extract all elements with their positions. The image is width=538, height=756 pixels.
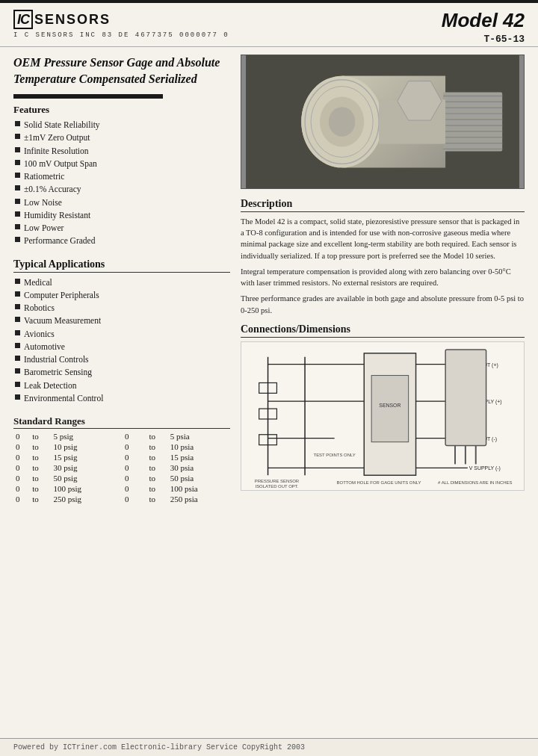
- table-cell: 0: [114, 431, 147, 441]
- table-row: 0 to 50 psig 0 to 50 psia: [13, 473, 230, 483]
- bullet-icon: [15, 211, 20, 217]
- list-item: ±0.1% Accuracy: [15, 183, 230, 196]
- app-text: Robotics: [24, 302, 55, 315]
- table-cell: to: [30, 462, 51, 473]
- list-item: Industrial Controls: [15, 353, 230, 366]
- table-cell: to: [146, 483, 167, 494]
- table-cell: to: [146, 431, 167, 441]
- features-title: Features: [13, 104, 230, 116]
- bullet-icon: [15, 134, 20, 139]
- t-code: T-65-13: [442, 34, 525, 45]
- footer: Powered by ICTriner.com Electronic-libra…: [0, 738, 538, 756]
- connections-section: Connections/Dimensions: [241, 323, 525, 491]
- table-cell: 15 psia: [168, 452, 230, 462]
- model-info: Model 42 T-65-13: [442, 9, 525, 45]
- app-text: Barometric Sensing: [24, 366, 92, 379]
- bullet-icon: [15, 356, 20, 361]
- header: ICSENSORS I C SENSORS INC 83 DE 4677375 …: [0, 3, 538, 47]
- table-cell: 5 psia: [168, 431, 230, 441]
- features-section: Features Solid State Reliability ±1mV Ze…: [13, 104, 230, 248]
- feature-text: Humidity Resistant: [24, 209, 90, 222]
- list-item: Infinite Resolution: [15, 145, 230, 158]
- list-item: Performance Graded: [15, 235, 230, 247]
- table-cell: 0: [13, 483, 30, 494]
- table-cell: 0: [114, 473, 147, 483]
- table-cell: 30 psia: [168, 462, 230, 473]
- app-text: Medical: [24, 276, 52, 289]
- svg-text:PRESSURE SENSOR: PRESSURE SENSOR: [255, 479, 300, 483]
- bullet-icon: [15, 368, 20, 374]
- applications-section: Typical Applications Medical Computer Pe…: [13, 258, 230, 406]
- table-cell: 250 psia: [168, 494, 230, 504]
- table-cell: 0: [13, 473, 30, 483]
- list-item: Leak Detection: [15, 379, 230, 392]
- table-cell: 0: [114, 483, 147, 494]
- svg-rect-36: [371, 375, 409, 441]
- main-content: OEM Pressure Sensor Gage and Absolute Te…: [0, 47, 538, 512]
- bullet-icon: [15, 160, 20, 165]
- feature-text: ±1mV Zero Output: [24, 131, 90, 144]
- description-section: Description The Model 42 is a compact, s…: [241, 198, 525, 316]
- feature-text: Low Noise: [24, 196, 62, 209]
- list-item: Humidity Resistant: [15, 209, 230, 222]
- bullet-icon: [15, 317, 20, 322]
- table-cell: 50 psia: [168, 473, 230, 483]
- list-item: ±1mV Zero Output: [15, 131, 230, 144]
- barcode-text: I C SENSORS INC 83 DE 4677375 0000077 0: [13, 31, 229, 39]
- list-item: Automotive: [15, 341, 230, 353]
- table-cell: to: [146, 462, 167, 473]
- spacer: [0, 512, 538, 557]
- table-cell: 15 psig: [51, 452, 114, 462]
- bullet-icon: [15, 121, 20, 126]
- table-cell: to: [30, 483, 51, 494]
- table-cell: 0: [13, 452, 30, 462]
- table-cell: to: [146, 494, 167, 504]
- list-item: 100 mV Output Span: [15, 158, 230, 170]
- left-column: OEM Pressure Sensor Gage and Absolute Te…: [13, 55, 230, 504]
- table-row: 0 to 15 psig 0 to 15 psia: [13, 452, 230, 462]
- bullet-icon: [15, 173, 20, 178]
- feature-text: Solid State Reliability: [24, 119, 100, 131]
- list-item: Medical: [15, 276, 230, 289]
- table-cell: 100 psia: [168, 483, 230, 494]
- page: ICSENSORS I C SENSORS INC 83 DE 4677375 …: [0, 0, 538, 756]
- table-cell: to: [30, 431, 51, 441]
- table-cell: 250 psig: [51, 494, 114, 504]
- table-cell: 10 psig: [51, 441, 114, 452]
- table-cell: 0: [13, 494, 30, 504]
- table-cell: 0: [114, 452, 147, 462]
- bullet-icon: [15, 394, 20, 400]
- table-cell: 0: [114, 441, 147, 452]
- svg-text:TEST POINTS ONLY: TEST POINTS ONLY: [314, 453, 356, 457]
- company-logo: ICSENSORS: [13, 9, 229, 28]
- ranges-section: Standard Ranges 0 to 5 psig 0 to 5 psia …: [13, 415, 230, 504]
- table-row: 0 to 250 psig 0 to 250 psia: [13, 494, 230, 504]
- list-item: Computer Peripherals: [15, 289, 230, 302]
- bullet-icon: [15, 224, 20, 229]
- product-title: OEM Pressure Sensor Gage and Absolute Te…: [13, 55, 230, 87]
- list-item: Low Power: [15, 222, 230, 235]
- description-para-1: The Model 42 is a compact, solid state, …: [241, 216, 525, 261]
- app-text: Environmental Control: [24, 392, 103, 405]
- list-item: Vacuum Measurement: [15, 315, 230, 327]
- list-item: Solid State Reliability: [15, 119, 230, 131]
- bullet-icon: [15, 279, 20, 284]
- right-column: Description The Model 42 is a compact, s…: [241, 55, 525, 504]
- table-cell: 100 psig: [51, 483, 114, 494]
- bullet-icon: [15, 147, 20, 152]
- logo-ic-box: IC: [13, 10, 33, 29]
- svg-text:ISOLATED OUT OPT.: ISOLATED OUT OPT.: [256, 484, 299, 489]
- table-cell: to: [30, 473, 51, 483]
- list-item: Ratiometric: [15, 170, 230, 183]
- description-para-3: Three performance grades are available i…: [241, 293, 525, 315]
- feature-text: ±0.1% Accuracy: [24, 183, 81, 196]
- table-cell: 30 psig: [51, 462, 114, 473]
- feature-text: 100 mV Output Span: [24, 158, 97, 170]
- feature-text: Performance Graded: [24, 235, 95, 247]
- table-row: 0 to 30 psig 0 to 30 psia: [13, 462, 230, 473]
- bullet-icon: [15, 330, 20, 335]
- table-cell: to: [146, 473, 167, 483]
- footer-text: Powered by ICTriner.com Electronic-libra…: [13, 743, 305, 752]
- app-text: Computer Peripherals: [24, 289, 99, 302]
- model-title: Model 42: [442, 9, 525, 32]
